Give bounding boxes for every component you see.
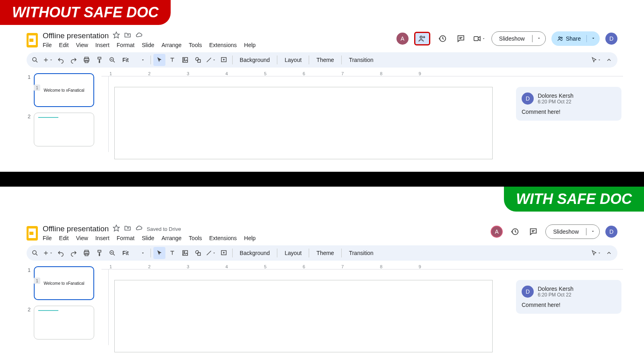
zoom-icon[interactable]	[106, 54, 118, 66]
comment-body: Comment here!	[522, 109, 616, 115]
slide-thumbnail-1[interactable]: Welcome to xFanatical 1	[34, 73, 94, 107]
paint-format-icon[interactable]	[93, 54, 105, 66]
paint-format-icon[interactable]	[93, 247, 105, 259]
redo-icon[interactable]	[68, 247, 80, 259]
menu-file[interactable]: File	[43, 42, 52, 48]
search-icon[interactable]	[29, 54, 41, 66]
comment-card[interactable]: D Dolores Kersh 6:20 PM Oct 22 Comment h…	[516, 87, 621, 121]
line-icon[interactable]	[205, 247, 217, 259]
redo-icon[interactable]	[68, 54, 80, 66]
line-icon[interactable]	[205, 54, 217, 66]
slideshow-button[interactable]: Slideshow	[545, 224, 600, 239]
account-avatar-d[interactable]: D	[605, 33, 617, 45]
cloud-status-icon[interactable]	[135, 31, 142, 40]
share-main[interactable]: Share	[551, 35, 586, 42]
layout-button[interactable]: Layout	[280, 250, 306, 256]
star-icon[interactable]	[113, 31, 120, 40]
menu-extensions[interactable]: Extensions	[209, 42, 237, 48]
slide-thumbnail-1[interactable]: Welcome to xFanatical 1	[34, 266, 94, 300]
cloud-status-icon[interactable]	[135, 224, 142, 233]
theme-button[interactable]: Theme	[312, 250, 339, 256]
image-icon[interactable]	[179, 247, 191, 259]
zoom-select[interactable]: Fit	[119, 250, 148, 256]
image-icon[interactable]	[179, 54, 191, 66]
pointer-mode-icon[interactable]	[590, 247, 602, 259]
menu-insert[interactable]: Insert	[95, 235, 109, 241]
new-slide-icon[interactable]	[42, 54, 54, 66]
print-icon[interactable]	[80, 54, 93, 66]
select-tool-icon[interactable]	[153, 247, 165, 259]
share-button[interactable]: Share	[551, 31, 600, 46]
zoom-select[interactable]: Fit	[119, 57, 148, 63]
background-button[interactable]: Background	[235, 250, 275, 256]
comment-count-badge[interactable]: 1	[34, 278, 40, 284]
comments-icon[interactable]	[527, 225, 540, 238]
zoom-icon[interactable]	[106, 247, 118, 259]
collaborator-avatar-a[interactable]: A	[491, 226, 503, 238]
menu-arrange[interactable]: Arrange	[161, 42, 182, 48]
menu-insert[interactable]: Insert	[95, 42, 109, 48]
textbox-icon[interactable]	[166, 54, 178, 66]
menu-format[interactable]: Format	[117, 42, 134, 48]
version-history-icon[interactable]	[508, 225, 521, 238]
collapse-toolbar-icon[interactable]	[603, 247, 615, 259]
collapse-toolbar-icon[interactable]	[603, 54, 615, 66]
move-folder-icon[interactable]	[124, 224, 131, 233]
theme-button[interactable]: Theme	[312, 57, 339, 63]
menu-help[interactable]: Help	[244, 42, 256, 48]
transition-button[interactable]: Transition	[344, 57, 378, 63]
slideshow-dropdown-icon[interactable]	[532, 35, 545, 42]
menu-extensions[interactable]: Extensions	[209, 235, 237, 241]
shape-icon[interactable]	[192, 247, 204, 259]
slideshow-label[interactable]: Slideshow	[546, 228, 586, 235]
menu-format[interactable]: Format	[117, 235, 134, 241]
textbox-icon[interactable]	[166, 247, 178, 259]
menu-edit[interactable]: Edit	[59, 42, 69, 48]
search-icon[interactable]	[29, 247, 41, 259]
menu-arrange[interactable]: Arrange	[161, 235, 182, 241]
shape-icon[interactable]	[192, 54, 204, 66]
slideshow-button[interactable]: Slideshow	[491, 31, 546, 46]
document-title[interactable]: Offline presentation	[43, 224, 109, 233]
comment-card[interactable]: D Dolores Kersh 6:20 PM Oct 22 Comment h…	[516, 280, 621, 314]
slide-thumbnail-2[interactable]	[34, 306, 94, 339]
pointer-mode-icon[interactable]	[590, 54, 602, 66]
menu-view[interactable]: View	[76, 235, 88, 241]
share-dropdown-icon[interactable]	[586, 35, 600, 42]
account-avatar-d[interactable]: D	[605, 226, 617, 238]
menu-view[interactable]: View	[76, 42, 88, 48]
slideshow-label[interactable]: Slideshow	[492, 35, 532, 42]
new-slide-icon[interactable]	[42, 247, 54, 259]
undo-icon[interactable]	[55, 247, 67, 259]
slide-thumbnail-2[interactable]	[34, 113, 94, 146]
document-title[interactable]: Offline presentation	[43, 31, 109, 40]
add-person-highlighted-icon[interactable]	[414, 32, 430, 45]
menu-file[interactable]: File	[43, 235, 52, 241]
menu-tools[interactable]: Tools	[189, 42, 202, 48]
slides-logo-icon[interactable]	[27, 33, 38, 47]
comments-icon[interactable]	[454, 32, 467, 45]
menu-slide[interactable]: Slide	[142, 42, 154, 48]
slide-canvas[interactable]	[114, 87, 493, 159]
menu-help[interactable]: Help	[244, 235, 256, 241]
version-history-icon[interactable]	[436, 32, 449, 45]
select-tool-icon[interactable]	[153, 54, 165, 66]
transition-button[interactable]: Transition	[344, 250, 378, 256]
slideshow-dropdown-icon[interactable]	[586, 228, 599, 235]
slide-canvas[interactable]	[114, 280, 493, 352]
star-icon[interactable]	[113, 224, 120, 233]
comment-add-icon[interactable]	[218, 247, 230, 259]
collaborator-avatar-a[interactable]: A	[396, 33, 409, 45]
move-folder-icon[interactable]	[124, 31, 131, 40]
menu-tools[interactable]: Tools	[189, 235, 202, 241]
layout-button[interactable]: Layout	[280, 57, 306, 63]
background-button[interactable]: Background	[235, 57, 275, 63]
comment-add-icon[interactable]	[218, 54, 230, 66]
menu-edit[interactable]: Edit	[59, 235, 69, 241]
print-icon[interactable]	[80, 247, 93, 259]
comment-count-badge[interactable]: 1	[34, 84, 40, 91]
slides-logo-icon[interactable]	[27, 226, 38, 241]
undo-icon[interactable]	[55, 54, 67, 66]
menu-slide[interactable]: Slide	[142, 235, 154, 241]
meet-icon[interactable]	[473, 32, 486, 45]
